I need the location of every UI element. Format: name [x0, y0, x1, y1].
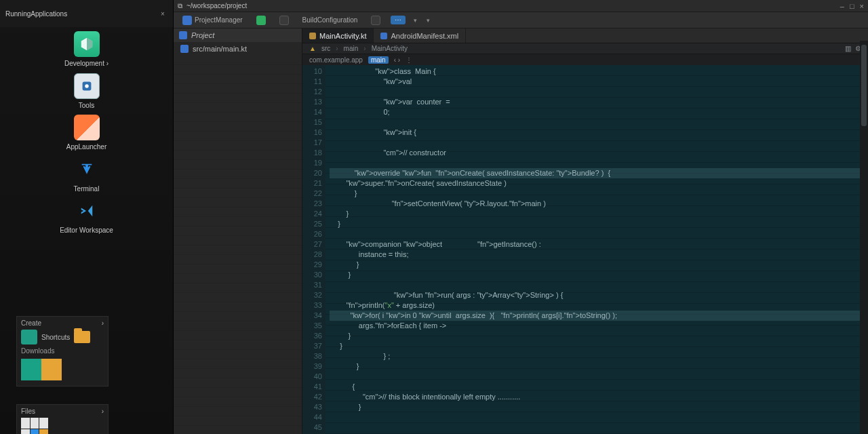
os-app-label: Editor Workspace: [60, 226, 113, 235]
os-task-panel: RunningApplications × Development › Tool…: [0, 0, 174, 434]
chevron-right-icon: ›: [363, 45, 366, 52]
code-editor[interactable]: 10 11 12 13 14 15 16 17 18 19 20 21 22 2…: [302, 65, 868, 434]
line-gutter[interactable]: 10 11 12 13 14 15 16 17 18 19 20 21 22 2…: [302, 65, 326, 434]
os-app-label: Terminal: [74, 185, 100, 193]
dropdown-icon[interactable]: ▾: [412, 17, 418, 24]
teal-tile-icon[interactable]: [21, 330, 37, 344]
group-title: Files: [21, 408, 35, 415]
project-tree-empty: [174, 56, 302, 434]
folder-icon[interactable]: [74, 331, 90, 343]
dropdown-icon[interactable]: ▾: [425, 17, 431, 24]
file-icon: [180, 45, 189, 53]
group-title: Create: [21, 319, 41, 327]
breadcrumb-segment[interactable]: MainActivity: [372, 45, 408, 52]
ide-titlebar[interactable]: ⧉ ~/workspace/project – □ ×: [174, 0, 868, 12]
cube-icon: [74, 31, 100, 57]
layout-button[interactable]: [276, 15, 292, 26]
os-app-label: AppLauncher: [66, 143, 107, 151]
editor-tab[interactable]: AndroidManifest.xml: [374, 28, 466, 43]
editor-tab[interactable]: MainActivity.kt: [302, 28, 374, 43]
nav-chip[interactable]: main: [368, 56, 389, 64]
square-target-icon: [74, 73, 100, 99]
breadcrumb-segment[interactable]: src: [321, 45, 330, 52]
play-icon: [256, 16, 266, 25]
project-icon: [182, 16, 192, 25]
chevron-right-icon[interactable]: ›: [102, 319, 104, 327]
chevron-right-icon[interactable]: ›: [102, 408, 104, 415]
window-close-button[interactable]: ×: [860, 2, 864, 10]
project-tree-title: Project: [191, 31, 214, 39]
editor-icon: [74, 198, 100, 224]
os-app-list: Development › Tools AppLauncher Terminal…: [0, 27, 173, 235]
nav-history-icons[interactable]: ‹ ›: [394, 56, 400, 64]
group-line2: Downloads: [21, 347, 104, 355]
kebab-icon[interactable]: ⋮: [406, 56, 412, 64]
editor-tabstrip: MainActivity.kt AndroidManifest.xml: [302, 28, 868, 43]
grid-icon[interactable]: [21, 418, 48, 434]
group-line1: Shortcuts: [41, 334, 70, 341]
run-button[interactable]: [253, 15, 269, 26]
layout-icon: [279, 16, 289, 25]
os-group-create[interactable]: Create › Shortcuts Downloads: [16, 316, 108, 387]
build-config-selector[interactable]: BuildConfiguration: [299, 16, 361, 24]
svg-point-1: [85, 84, 89, 88]
os-app-terminal[interactable]: Terminal: [53, 157, 121, 193]
close-icon[interactable]: ×: [161, 10, 167, 17]
os-app-launcher[interactable]: AppLauncher: [53, 115, 121, 151]
project-tree-item-label: src/main/main.kt: [193, 45, 247, 53]
vertical-scrollbar[interactable]: [860, 41, 868, 434]
project-tree-item[interactable]: src/main/main.kt: [174, 42, 302, 56]
os-panel-title: RunningApplications: [5, 10, 67, 18]
scrollbar-thumb[interactable]: [861, 45, 867, 126]
run-target-pill[interactable]: ⋯: [391, 16, 406, 24]
chevron-right-icon: ›: [336, 45, 338, 52]
window-minimize-button[interactable]: –: [840, 2, 844, 10]
project-tree: Project src/main/main.kt: [174, 28, 302, 434]
ide-window: ⧉ ~/workspace/project – □ × ProjectManag…: [174, 0, 868, 434]
kotlin-file-icon: [309, 33, 316, 39]
ide-toolbar: ProjectManager BuildConfiguration ⋯ ▾ ▾: [174, 12, 868, 28]
app-icon: ⧉: [178, 2, 182, 10]
os-app-editor[interactable]: Editor Workspace: [53, 198, 121, 235]
window-title: ~/workspace/project: [186, 2, 247, 9]
editor-tab-label: AndroidManifest.xml: [391, 32, 458, 40]
folder-icon: [179, 31, 187, 39]
project-tree-header[interactable]: Project: [174, 28, 302, 42]
arrows-icon: [74, 157, 100, 182]
build-config-label: BuildConfiguration: [302, 16, 358, 24]
breadcrumb-segment[interactable]: main: [344, 45, 359, 52]
os-app-label: Tools: [79, 102, 94, 110]
split-tile-icon[interactable]: [21, 359, 62, 380]
xml-file-icon: [380, 33, 387, 39]
os-app-development[interactable]: Development ›: [53, 31, 121, 68]
project-selector-label: ProjectManager: [195, 16, 243, 24]
project-selector[interactable]: ProjectManager: [179, 15, 246, 26]
editor-tab-label: MainActivity.kt: [319, 32, 366, 40]
os-app-label: Development ›: [64, 60, 108, 68]
os-group-files[interactable]: Files ›: [16, 404, 108, 434]
nav-package[interactable]: com.example.app: [309, 56, 363, 64]
os-app-tools[interactable]: Tools: [53, 73, 121, 110]
warning-icon: ▲: [309, 45, 316, 52]
code-content[interactable]: "kw">class Main { "kw">val "kw">var coun…: [326, 65, 868, 434]
os-panel-header: RunningApplications ×: [0, 0, 173, 27]
editor-area: MainActivity.kt AndroidManifest.xml ▲ sr…: [302, 28, 868, 434]
triangle-icon: [74, 115, 100, 140]
navigation-bar[interactable]: com.example.app main ‹ › ⋮: [302, 54, 868, 65]
split-icon[interactable]: ▥: [845, 45, 851, 52]
window-maximize-button[interactable]: □: [850, 2, 854, 10]
device-selector[interactable]: [368, 15, 384, 26]
device-icon: [371, 16, 380, 25]
breadcrumb[interactable]: ▲ src › main › MainActivity ▥ ⚙: [302, 43, 868, 54]
